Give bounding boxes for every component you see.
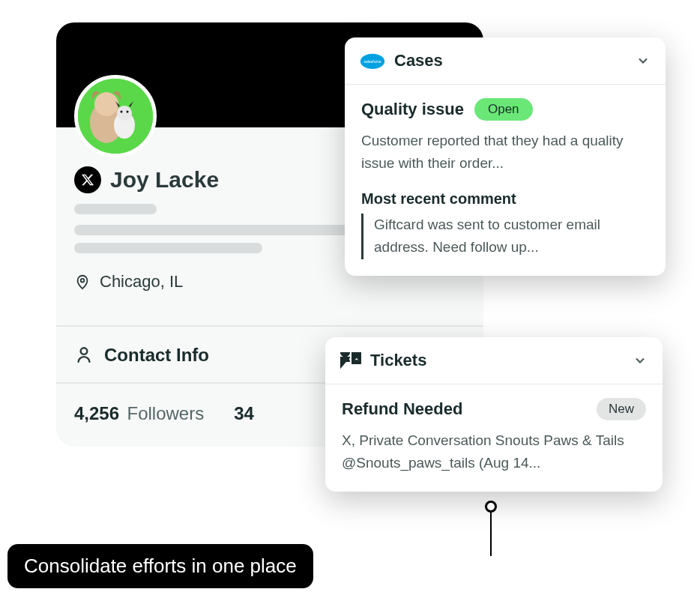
location-text: Chicago, IL: [100, 272, 183, 292]
chevron-down-icon[interactable]: [636, 53, 651, 68]
following-stat[interactable]: 34: [234, 403, 254, 424]
svg-point-6: [127, 111, 129, 113]
followers-count: 4,256: [74, 403, 119, 423]
avatar[interactable]: [74, 75, 157, 157]
salesforce-icon: salesforce: [360, 52, 385, 70]
x-social-icon[interactable]: [74, 166, 101, 193]
profile-name: Joy Lacke: [110, 167, 219, 193]
caption-pill: Consolidate efforts in one place: [7, 544, 313, 588]
avatar-image: [78, 79, 153, 154]
handle-placeholder: [74, 204, 157, 214]
cases-header[interactable]: salesforce Cases: [345, 37, 666, 85]
cases-title: Cases: [394, 51, 627, 70]
svg-point-7: [81, 279, 85, 283]
chevron-down-icon[interactable]: [633, 353, 648, 368]
svg-text:salesforce: salesforce: [363, 59, 381, 64]
connector-dot: [485, 501, 497, 513]
status-badge: Open: [474, 98, 533, 121]
tickets-card: Tickets Refund Needed New X, Private Con…: [325, 337, 663, 492]
comment-text: Giftcard was sent to customer email addr…: [361, 214, 649, 259]
svg-point-5: [121, 111, 123, 113]
tickets-title: Tickets: [370, 351, 624, 370]
ticket-item-title[interactable]: Refund Needed: [342, 399, 462, 419]
svg-point-2: [94, 92, 118, 116]
status-badge: New: [597, 398, 646, 420]
bio-placeholder-line2: [74, 243, 262, 253]
location-pin-icon: [74, 271, 91, 292]
comment-heading: Most recent comment: [361, 190, 649, 208]
svg-point-8: [81, 348, 88, 354]
following-count-partial: 34: [234, 403, 254, 423]
zendesk-icon: [340, 352, 361, 369]
contact-info-label: Contact Info: [104, 345, 209, 366]
svg-point-4: [117, 106, 132, 121]
ticket-description: X, Private Conversation Snouts Paws & Ta…: [342, 429, 646, 475]
person-icon: [74, 345, 94, 365]
svg-marker-12: [340, 357, 350, 369]
followers-label: Followers: [127, 403, 205, 423]
cases-card: salesforce Cases Quality issue Open Cust…: [345, 37, 666, 276]
tickets-header[interactable]: Tickets: [325, 337, 663, 384]
case-item-title[interactable]: Quality issue: [361, 100, 464, 119]
case-description: Customer reported that they had a qualit…: [361, 130, 649, 175]
followers-stat[interactable]: 4,256 Followers: [74, 403, 204, 424]
connector-line: [490, 508, 492, 556]
